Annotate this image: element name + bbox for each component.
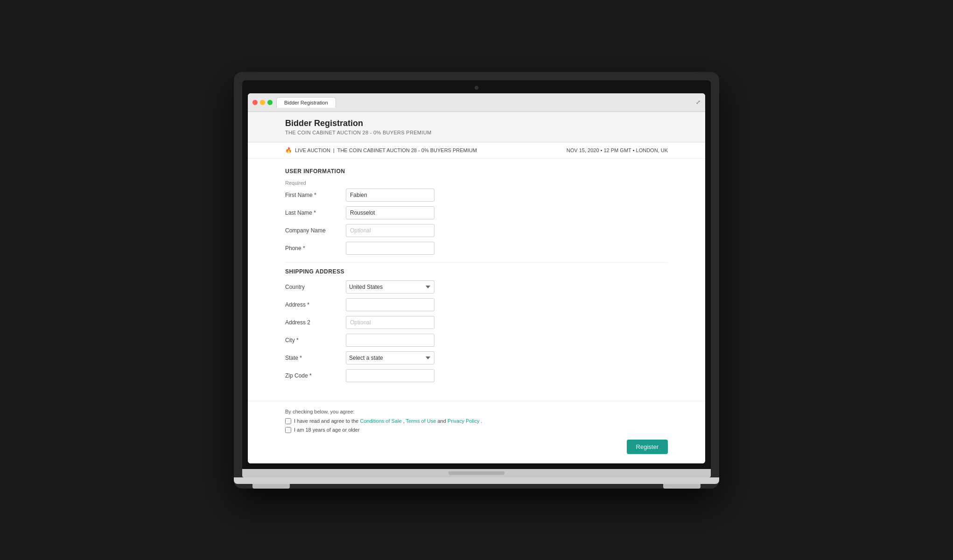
address2-input[interactable] xyxy=(346,316,434,329)
terms-link[interactable]: Terms of Use xyxy=(406,418,436,424)
laptop-bottom xyxy=(242,469,711,477)
terms-checkbox[interactable] xyxy=(285,418,291,424)
state-select[interactable]: Select a state Alabama Alaska Arizona Ca… xyxy=(346,351,434,364)
phone-input[interactable] xyxy=(346,242,434,255)
active-tab[interactable]: Bidder Registration xyxy=(276,97,336,108)
address1-row: Address * xyxy=(285,298,668,311)
form-content: USER INFORMATION Required First Name * L… xyxy=(248,159,705,401)
address1-label: Address * xyxy=(285,301,346,308)
separator: | xyxy=(333,147,335,153)
city-row: City * xyxy=(285,334,668,347)
country-row: Country United States United Kingdom Can… xyxy=(285,280,668,294)
country-select[interactable]: United States United Kingdom Canada Aust… xyxy=(346,280,434,294)
laptop-feet xyxy=(234,484,719,489)
phone-label: Phone * xyxy=(285,245,346,252)
last-name-label: Last Name * xyxy=(285,210,346,216)
first-name-label: First Name * xyxy=(285,192,346,198)
register-button[interactable]: Register xyxy=(627,440,668,454)
agreement-text: By checking below, you agree: xyxy=(285,409,668,414)
tab-bar: Bidder Registration xyxy=(276,97,692,108)
age-text: I am 18 years of age or older xyxy=(294,427,360,433)
company-name-row: Company Name xyxy=(285,224,668,237)
state-row: State * Select a state Alabama Alaska Ar… xyxy=(285,351,668,364)
company-name-input[interactable] xyxy=(346,224,434,237)
form-footer: By checking below, you agree: I have rea… xyxy=(248,401,705,463)
last-name-row: Last Name * xyxy=(285,206,668,219)
zip-input[interactable] xyxy=(346,369,434,382)
user-info-section-title: USER INFORMATION xyxy=(285,168,668,175)
auction-date-info: NOV 15, 2020 • 12 PM GMT • LONDON, UK xyxy=(567,147,668,153)
foot-right xyxy=(663,484,701,489)
required-note: Required xyxy=(285,180,668,186)
shipping-section-title: SHIPPING ADDRESS xyxy=(285,268,668,275)
live-icon: 🔥 xyxy=(285,147,292,154)
section-divider xyxy=(285,262,668,263)
maximize-button[interactable] xyxy=(267,100,273,105)
first-name-row: First Name * xyxy=(285,189,668,202)
age-checkbox[interactable] xyxy=(285,427,291,433)
laptop-hinge xyxy=(448,471,505,475)
address2-label: Address 2 xyxy=(285,319,346,326)
laptop-frame: Bidder Registration ⤢ Bidder Registratio… xyxy=(234,72,719,489)
expand-icon[interactable]: ⤢ xyxy=(696,99,701,105)
auction-info-left: 🔥 LIVE AUCTION | THE COIN CABINET AUCTIO… xyxy=(285,147,477,154)
conditions-link[interactable]: Conditions of Sale xyxy=(360,418,401,424)
phone-row: Phone * xyxy=(285,242,668,255)
zip-label: Zip Code * xyxy=(285,372,346,379)
laptop-base xyxy=(234,477,719,484)
page-header: Bidder Registration THE COIN CABINET AUC… xyxy=(248,112,705,142)
foot-left xyxy=(252,484,290,489)
company-name-label: Company Name xyxy=(285,227,346,234)
country-label: Country xyxy=(285,284,346,290)
page-subtitle: THE COIN CABINET AUCTION 28 - 0% BUYERS … xyxy=(285,130,668,135)
period: . xyxy=(481,418,482,424)
browser-window: Bidder Registration ⤢ Bidder Registratio… xyxy=(248,93,705,463)
address2-row: Address 2 xyxy=(285,316,668,329)
live-label: LIVE AUCTION xyxy=(295,147,330,153)
city-input[interactable] xyxy=(346,334,434,347)
auction-bar: 🔥 LIVE AUCTION | THE COIN CABINET AUCTIO… xyxy=(248,142,705,159)
auction-name: THE COIN CABINET AUCTION 28 - 0% BUYERS … xyxy=(337,147,477,153)
address1-input[interactable] xyxy=(346,298,434,311)
and2-text: and xyxy=(437,418,447,424)
privacy-link[interactable]: Privacy Policy xyxy=(448,418,479,424)
close-button[interactable] xyxy=(252,100,258,105)
webcam xyxy=(475,86,478,90)
page-title: Bidder Registration xyxy=(285,119,668,128)
first-name-input[interactable] xyxy=(346,189,434,202)
screen-bezel: Bidder Registration ⤢ Bidder Registratio… xyxy=(242,80,711,469)
city-label: City * xyxy=(285,337,346,343)
age-checkbox-row: I am 18 years of age or older xyxy=(285,427,668,433)
minimize-button[interactable] xyxy=(260,100,265,105)
terms-checkbox-row: I have read and agree to the Conditions … xyxy=(285,418,668,424)
terms-text: I have read and agree to the Conditions … xyxy=(294,418,482,424)
state-label: State * xyxy=(285,355,346,361)
traffic-lights xyxy=(252,100,273,105)
browser-chrome: Bidder Registration ⤢ xyxy=(248,93,705,112)
last-name-input[interactable] xyxy=(346,206,434,219)
zip-row: Zip Code * xyxy=(285,369,668,382)
